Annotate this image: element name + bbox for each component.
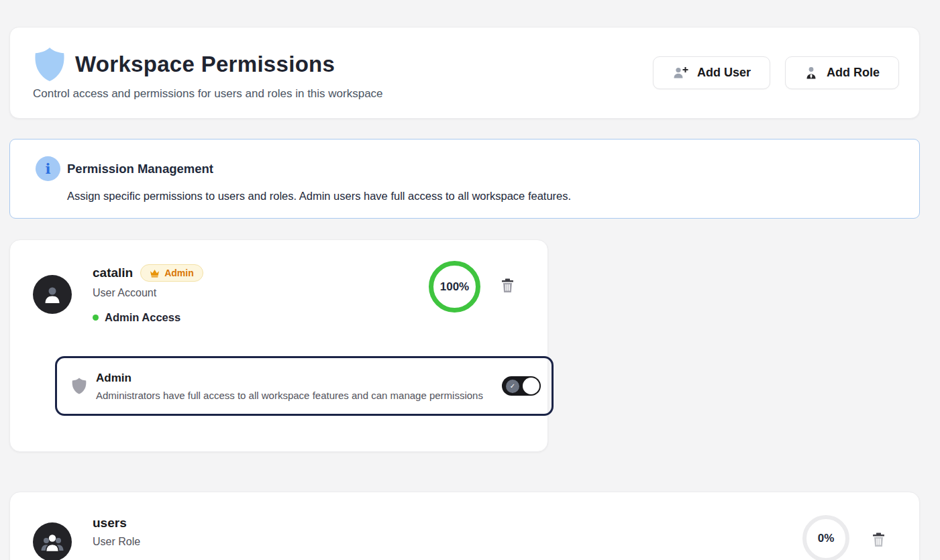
shield-icon bbox=[33, 46, 66, 82]
progress-value: 0% bbox=[818, 532, 835, 545]
permission-row-admin: Admin Administrators have full access to… bbox=[55, 356, 554, 416]
permission-progress-ring: 100% bbox=[429, 261, 480, 313]
progress-value: 100% bbox=[440, 280, 469, 294]
add-role-button[interactable]: Add Role bbox=[785, 56, 899, 89]
permission-text-block: Admin Administrators have full access to… bbox=[96, 372, 483, 401]
status-dot-icon bbox=[93, 315, 99, 321]
toggle-knob bbox=[523, 378, 539, 394]
delete-role-button[interactable] bbox=[872, 532, 886, 549]
role-card-users: users User Role 0% bbox=[9, 492, 920, 560]
admin-badge: Admin bbox=[140, 264, 203, 282]
add-role-label: Add Role bbox=[827, 66, 880, 80]
permission-title: Admin bbox=[96, 372, 483, 385]
trash-icon bbox=[501, 278, 515, 293]
user-type-label: User Account bbox=[93, 287, 203, 299]
status-label: Admin Access bbox=[105, 311, 180, 324]
admin-badge-label: Admin bbox=[164, 268, 194, 278]
workspace-permissions-page: Workspace Permissions Control access and… bbox=[0, 0, 940, 560]
add-user-label: Add User bbox=[697, 66, 751, 80]
page-header-card: Workspace Permissions Control access and… bbox=[9, 27, 920, 119]
permission-progress-ring: 0% bbox=[802, 515, 849, 560]
user-avatar bbox=[33, 275, 72, 314]
role-type-label: User Role bbox=[93, 536, 140, 548]
check-icon: ✓ bbox=[506, 380, 519, 393]
admin-permission-toggle[interactable]: ✓ bbox=[502, 376, 541, 396]
page-subtitle: Control access and permissions for users… bbox=[33, 87, 383, 101]
person-icon bbox=[41, 283, 64, 306]
add-user-button[interactable]: Add User bbox=[653, 56, 770, 89]
shield-icon bbox=[71, 376, 87, 396]
role-avatar bbox=[33, 522, 72, 560]
info-icon: i bbox=[36, 156, 60, 181]
permission-management-banner: i Permission Management Assign specific … bbox=[9, 139, 920, 219]
banner-title: Permission Management bbox=[67, 162, 213, 176]
header-actions: Add User Add Role bbox=[653, 56, 899, 89]
trash-icon bbox=[872, 532, 886, 547]
access-status: Admin Access bbox=[93, 311, 203, 324]
header-title-block: Workspace Permissions Control access and… bbox=[33, 45, 383, 101]
page-title: Workspace Permissions bbox=[75, 52, 335, 77]
crown-icon bbox=[150, 269, 160, 278]
delete-user-button[interactable] bbox=[501, 278, 515, 295]
group-icon bbox=[40, 530, 65, 553]
user-card-catalin: catalin Admin User Account Admin Access bbox=[9, 239, 548, 452]
user-name: catalin bbox=[93, 266, 133, 280]
permission-description: Administrators have full access to all w… bbox=[96, 390, 483, 401]
person-plus-icon bbox=[672, 66, 688, 80]
person-tie-icon bbox=[804, 66, 818, 80]
role-name: users bbox=[93, 516, 127, 530]
banner-body: Assign specific permissions to users and… bbox=[67, 190, 919, 203]
